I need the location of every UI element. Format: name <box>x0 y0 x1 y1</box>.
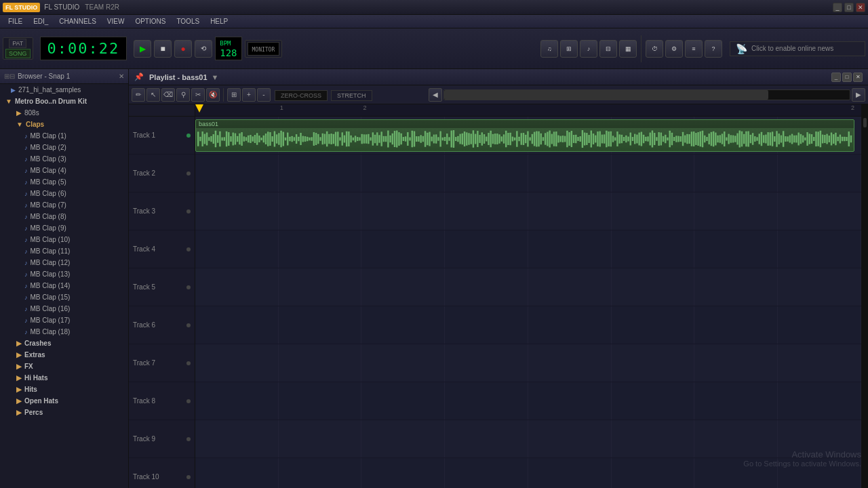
browser-item-clap15[interactable]: ♪ MB Clap (15) <box>0 291 128 303</box>
browser-item-clap13[interactable]: ♪ MB Clap (13) <box>0 268 128 280</box>
browser-item-openhats[interactable]: ▶ Open Hats <box>0 395 128 407</box>
svg-rect-135 <box>492 134 494 144</box>
browser-item-clap10[interactable]: ♪ MB Clap (10) <box>0 234 128 245</box>
svg-rect-140 <box>503 134 505 143</box>
svg-rect-247 <box>736 134 738 145</box>
pat-label[interactable]: PAT <box>9 39 26 48</box>
draw-tool[interactable]: ✏ <box>132 88 145 102</box>
browser-item-clap3[interactable]: ♪ MB Clap (3) <box>0 153 128 165</box>
tracks-content[interactable]: bass01 <box>195 117 861 488</box>
erase-tool[interactable]: ⌫ <box>161 88 175 102</box>
browser-item-claps[interactable]: ▼ Claps <box>0 119 128 130</box>
zoom-in-btn[interactable]: + <box>242 88 256 102</box>
svg-rect-124 <box>468 133 469 144</box>
browser-item-clap12[interactable]: ♪ MB Clap (12) <box>0 257 128 268</box>
mixer-icon[interactable]: ♫ <box>540 40 558 58</box>
browser-item-clap6[interactable]: ♪ MB Clap (6) <box>0 188 128 199</box>
playlist-dropdown-icon[interactable]: ▼ <box>212 73 219 81</box>
svg-rect-39 <box>283 132 284 146</box>
settings-icon[interactable]: ⚙ <box>665 40 683 58</box>
toolbar-sep <box>223 88 224 102</box>
close-button[interactable]: ✕ <box>856 3 865 12</box>
plugin-icon[interactable]: ⊞ <box>560 40 578 58</box>
svg-rect-228 <box>695 133 696 145</box>
track-row-4 <box>195 230 861 268</box>
svg-rect-92 <box>398 132 399 146</box>
browser-item-clap8[interactable]: ♪ MB Clap (8) <box>0 211 128 222</box>
browser-item-percs[interactable]: ▶ Percs <box>0 407 128 418</box>
playlist-maximize[interactable]: □ <box>842 73 852 82</box>
svg-rect-159 <box>545 133 546 144</box>
minimize-button[interactable]: _ <box>833 3 842 12</box>
svg-rect-127 <box>475 134 476 144</box>
tracks-area: Track 1 Track 2 Track 3 Tr <box>129 117 868 488</box>
mute-tool[interactable]: 🔇 <box>206 88 220 102</box>
browser-item-fx[interactable]: ▶ FX <box>0 361 128 372</box>
menu-help[interactable]: helP <box>205 16 233 26</box>
browser-item-clap18[interactable]: ♪ MB Clap (18) <box>0 326 128 338</box>
graph-icon[interactable]: ▦ <box>619 40 637 58</box>
cpu-icon[interactable]: ⏱ <box>646 40 663 58</box>
svg-rect-81 <box>374 135 376 143</box>
browser-item-clap14[interactable]: ♪ MB Clap (14) <box>0 280 128 291</box>
snap-btn[interactable]: ⊞ <box>227 88 241 102</box>
timeline-ruler: 1 2 2 <box>129 104 868 117</box>
scroll-right[interactable]: ▶ <box>852 88 865 102</box>
browser-item-clap11[interactable]: ♪ MB Clap (11) <box>0 245 128 257</box>
browser-item-hihats2[interactable]: ▶ Hi Hats <box>0 372 128 384</box>
svg-rect-296 <box>844 137 845 141</box>
stop-button[interactable]: ■ <box>154 40 172 58</box>
browser-item-hihats[interactable]: ▶ 271_hi_hat_samples <box>0 84 128 96</box>
menu-options[interactable]: OPTIONS <box>130 16 171 26</box>
svg-rect-75 <box>361 134 363 144</box>
svg-rect-259 <box>763 135 764 143</box>
svg-rect-285 <box>820 131 821 148</box>
bass01-clip[interactable]: bass01 <box>195 119 854 152</box>
playlist-close[interactable]: ✕ <box>853 73 863 82</box>
svg-rect-262 <box>770 132 771 146</box>
browser-item-clap17[interactable]: ♪ MB Clap (17) <box>0 314 128 326</box>
maximize-button[interactable]: □ <box>844 3 854 12</box>
svg-rect-152 <box>529 137 530 140</box>
select-tool[interactable]: ↖ <box>146 88 160 102</box>
browser-item-clap9[interactable]: ♪ MB Clap (9) <box>0 222 128 234</box>
browser-item-clap7[interactable]: ♪ MB Clap (7) <box>0 199 128 211</box>
scroll-left[interactable]: ◀ <box>429 88 442 102</box>
browser-item-clap2[interactable]: ♪ MB Clap (2) <box>0 142 128 153</box>
browser-item-clap5[interactable]: ♪ MB Clap (5) <box>0 176 128 188</box>
loop-button[interactable]: ⟲ <box>195 40 212 58</box>
browser-item-808s[interactable]: ▶ 808s <box>0 107 128 119</box>
playlist-minimize[interactable]: _ <box>831 73 841 82</box>
script-icon[interactable]: ≡ <box>685 40 703 58</box>
h-scrollbar[interactable] <box>443 89 850 100</box>
menu-file[interactable]: FILE <box>3 16 28 26</box>
playlist-content: 1 2 2 Track 1 Track 2 <box>129 104 868 488</box>
svg-rect-291 <box>833 134 834 144</box>
record-button[interactable]: ● <box>174 40 192 58</box>
svg-rect-116 <box>451 130 452 147</box>
help-icon[interactable]: ? <box>705 40 722 58</box>
browser-item-clap1[interactable]: ♪ MB Clap (1) <box>0 130 128 142</box>
browser-item-crashes[interactable]: ▶ Crashes <box>0 338 128 349</box>
svg-rect-236 <box>713 131 714 146</box>
menu-tools[interactable]: tools <box>171 16 205 26</box>
menu-edit[interactable]: EDI_ <box>28 16 54 26</box>
piano-icon[interactable]: ♪ <box>580 40 597 58</box>
browser-item-clap16[interactable]: ♪ MB Clap (16) <box>0 303 128 314</box>
svg-rect-217 <box>671 133 673 145</box>
news-bar[interactable]: 📡 Click to enable online news <box>730 41 865 56</box>
menu-view[interactable]: VIEW <box>102 16 130 26</box>
slice-tool[interactable]: ✂ <box>191 88 205 102</box>
song-label[interactable]: SONG <box>5 49 31 58</box>
browser-item-extras[interactable]: ▶ Extras <box>0 349 128 361</box>
playlist-vscroll[interactable] <box>861 117 868 488</box>
browser-item-hits[interactable]: ▶ Hits <box>0 384 128 395</box>
zoom-out-btn[interactable]: - <box>257 88 271 102</box>
browser-close[interactable]: ✕ <box>119 73 124 80</box>
browser-item-clap4[interactable]: ♪ MB Clap (4) <box>0 165 128 176</box>
play-button[interactable]: ▶ <box>134 40 151 58</box>
menu-channels[interactable]: ChANNELS <box>54 16 101 26</box>
browser-item-metro[interactable]: ▼ Metro Boo..n Drum Kit <box>0 96 128 107</box>
step-icon[interactable]: ⊟ <box>599 40 617 58</box>
zoom-tool[interactable]: ⚲ <box>176 88 190 102</box>
